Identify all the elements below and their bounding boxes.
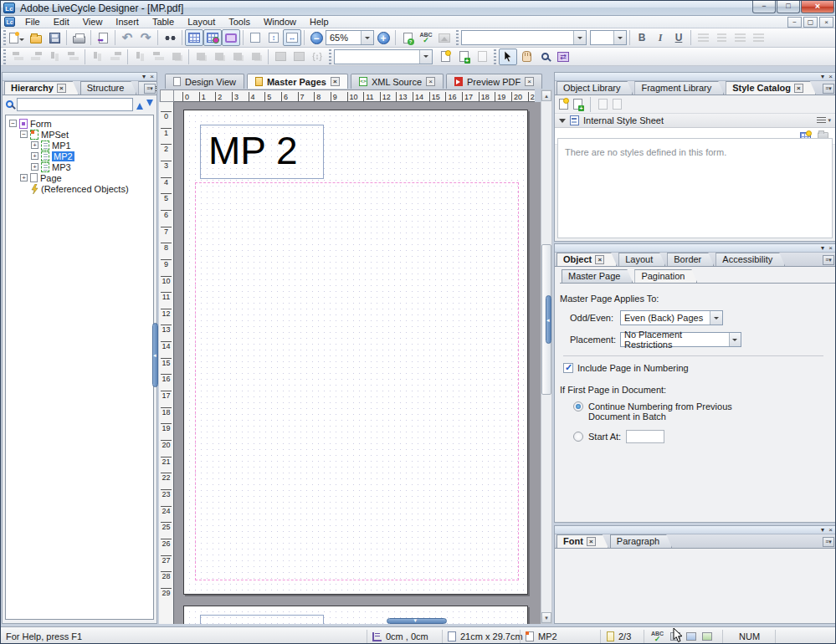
panel-close-icon[interactable]: × [828,73,833,80]
canvas-viewport[interactable]: 0123456789101112131415161718192021222324… [159,102,541,624]
font-family-combo[interactable] [461,30,587,45]
menu-tools[interactable]: Tools [222,16,257,28]
expand-toggle-icon[interactable]: + [31,163,38,171]
subtab-master-page[interactable]: Master Page [562,269,633,283]
panel-menu-icon[interactable] [817,117,826,125]
collapse-toggle-icon[interactable]: − [9,120,17,127]
open-button[interactable] [27,29,45,46]
menu-layout[interactable]: Layout [181,16,222,28]
odd-even-select[interactable]: Even (Back) Pages [620,310,723,325]
justify-text-button[interactable] [749,29,767,46]
tab-object[interactable]: Object [556,253,617,266]
collapse-triangle-icon[interactable] [559,119,566,126]
scroll-down-icon[interactable] [541,612,551,623]
expand-toggle-icon[interactable]: + [31,152,38,160]
image-status-icon[interactable] [686,632,696,641]
tab-overflow-icon[interactable] [144,84,156,94]
object-state-combo[interactable] [334,49,433,64]
menu-window[interactable]: Window [257,16,303,28]
internal-style-sheet-header[interactable]: Internal Style Sheet [555,114,835,128]
undo-button[interactable] [118,29,136,46]
bring-to-front-button[interactable] [192,49,210,65]
bottom-splitter-handle[interactable] [387,618,447,624]
align-left-button[interactable] [8,49,27,65]
canvas-vertical-scrollbar[interactable] [541,89,552,624]
toolbar-grip[interactable] [3,30,6,45]
menu-insert[interactable]: Insert [109,16,146,28]
continue-numbering-radio[interactable] [573,401,583,411]
tab-fragment-library[interactable]: Fragment Library [634,81,724,95]
tab-preview-pdf[interactable]: Preview PDF [446,74,542,89]
tab-layout[interactable]: Layout [618,253,665,266]
mp3-text-frame[interactable]: MP 3 [200,615,324,624]
make-same-height-button[interactable] [290,49,308,65]
tab-font[interactable]: Font [556,534,608,548]
show-guidelines-button[interactable] [222,29,240,46]
panel-collapse-icon[interactable]: ▾ [821,526,827,534]
tab-object-library[interactable]: Object Library [556,81,633,95]
tab-paragraph[interactable]: Paragraph [610,534,672,548]
send-for-review-button[interactable] [94,29,112,46]
panel-close-icon[interactable]: × [150,73,154,80]
collapse-toggle-icon[interactable]: − [20,130,28,138]
panel-collapse-icon[interactable]: ▾ [821,244,827,252]
insert-image-button[interactable] [435,29,454,46]
find-button[interactable] [161,29,179,46]
tab-xml-source[interactable]: XML Source [351,74,444,89]
toolbar-grip[interactable] [329,49,331,64]
menu-table[interactable]: Table [146,16,181,28]
tab-structure[interactable]: Structure [80,81,137,95]
export-styles-icon[interactable] [613,99,622,110]
tab-overflow-icon[interactable] [823,537,834,547]
align-text-left-button[interactable] [694,29,712,46]
search-down-icon[interactable] [146,100,153,110]
close-tab-icon[interactable] [595,255,604,264]
panel-close-icon[interactable]: × [828,526,833,534]
menu-file[interactable]: File [18,16,47,28]
tree-item-mp2[interactable]: +MP2 [6,151,153,161]
minimize-button[interactable] [752,1,776,13]
zoom-level-combo[interactable]: 65% [326,30,374,45]
tree-item-mp3[interactable]: +MP3 [6,161,153,172]
toolbar-grip[interactable] [3,49,6,64]
insert-fragment-button[interactable] [454,49,473,65]
maximize-button[interactable] [777,1,800,13]
font-size-combo[interactable] [590,30,627,45]
fit-width-button[interactable] [283,29,301,46]
tree-item-form[interactable]: −Form [6,118,153,129]
add-style-sheet-icon[interactable] [573,99,582,110]
align-text-center-button[interactable] [712,29,731,46]
align-right-button[interactable] [27,49,45,65]
tab-overflow-icon[interactable] [823,255,834,265]
show-grid-button[interactable] [185,29,203,46]
align-top-button[interactable] [45,49,64,65]
zoom-out-button[interactable] [307,29,326,46]
panel-close-icon[interactable]: × [828,244,833,252]
new-style-sheet-icon[interactable] [559,99,568,110]
bring-forward-button[interactable] [228,49,247,65]
tree-item-mp1[interactable]: +MP1 [6,140,153,151]
spell-status-icon[interactable] [650,631,664,642]
include-page-checkbox[interactable] [563,363,573,373]
start-at-input[interactable] [626,430,664,443]
new-form-button[interactable] [8,29,27,46]
master-page-mp2-canvas[interactable]: MP 2 [183,110,528,595]
mp2-text-frame[interactable]: MP 2 [200,125,324,179]
mdi-restore-button[interactable] [803,17,818,28]
send-to-back-button[interactable] [210,49,228,65]
tab-master-pages[interactable]: Master Pages [247,74,348,89]
left-splitter-handle[interactable] [152,323,158,387]
print-button[interactable] [69,29,88,46]
right-splitter-handle[interactable] [546,295,551,344]
table-status-icon[interactable] [702,632,712,641]
close-tab-icon[interactable] [587,537,596,546]
spell-check-button[interactable] [417,29,435,46]
menu-view[interactable]: View [76,16,110,28]
bold-button[interactable]: B [633,29,651,46]
close-tab-icon[interactable] [525,77,534,86]
search-input[interactable] [17,98,133,111]
tree-item-mpset[interactable]: −MPSet [6,129,153,140]
align-text-right-button[interactable] [731,29,749,46]
panel-collapse-icon[interactable]: ▾ [821,73,827,80]
toolbar-grip[interactable] [494,49,496,64]
